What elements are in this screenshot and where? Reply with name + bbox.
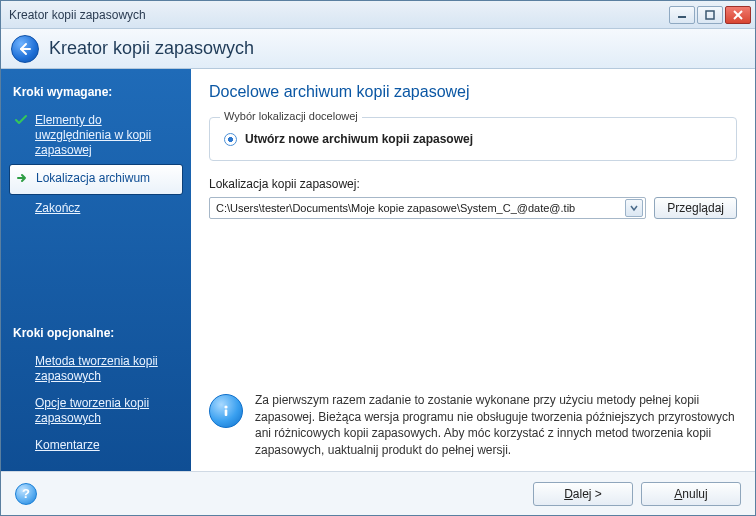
window-title: Kreator kopii zapasowych — [9, 8, 667, 22]
close-button[interactable] — [725, 6, 751, 24]
next-mnemonic: D — [564, 487, 573, 501]
optional-steps-title: Kroki opcjonalne: — [13, 326, 179, 340]
chevron-down-icon — [630, 204, 638, 212]
wizard-window: Kreator kopii zapasowych Kreator kopii z… — [0, 0, 756, 516]
info-text: Za pierwszym razem zadanie to zostanie w… — [255, 392, 737, 459]
header-band: Kreator kopii zapasowych — [1, 29, 755, 69]
page-title: Kreator kopii zapasowych — [49, 38, 254, 59]
radio-label: Utwórz nowe archiwum kopii zapasowej — [245, 132, 473, 146]
svg-rect-6 — [225, 409, 228, 416]
step-label: Opcje tworzenia kopii zapasowych — [35, 396, 177, 426]
next-button[interactable]: Dalej > — [533, 482, 633, 506]
target-location-groupbox: Wybór lokalizacji docelowej Utwórz nowe … — [209, 117, 737, 161]
step-label: Elementy do uwzględnienia w kopii zapaso… — [35, 113, 177, 158]
svg-rect-1 — [706, 11, 714, 19]
step-label: Lokalizacja archiwum — [36, 171, 150, 186]
location-value: C:\Users\tester\Documents\Moje kopie zap… — [216, 202, 625, 214]
step-label: Zakończ — [35, 201, 80, 216]
minimize-button[interactable] — [669, 6, 695, 24]
step-elements-to-include[interactable]: Elementy do uwzględnienia w kopii zapaso… — [9, 107, 183, 164]
wizard-sidebar: Kroki wymagane: Elementy do uwzględnieni… — [1, 69, 191, 471]
step-label: Metoda tworzenia kopii zapasowych — [35, 354, 177, 384]
info-icon — [209, 394, 243, 428]
location-row: C:\Users\tester\Documents\Moje kopie zap… — [209, 197, 737, 219]
required-steps-title: Kroki wymagane: — [13, 85, 179, 99]
checkmark-icon — [15, 114, 29, 130]
step-backup-method[interactable]: Metoda tworzenia kopii zapasowych — [9, 348, 183, 390]
help-button[interactable]: ? — [15, 483, 37, 505]
next-rest: alej > — [573, 487, 602, 501]
radio-icon — [224, 133, 237, 146]
browse-button-label: Przeglądaj — [667, 201, 724, 215]
wizard-footer: ? Dalej > Anuluj — [1, 471, 755, 515]
section-heading: Docelowe archiwum kopii zapasowej — [209, 83, 737, 101]
main-panel: Docelowe archiwum kopii zapasowej Wybór … — [191, 69, 755, 471]
back-button[interactable] — [11, 35, 39, 63]
groupbox-legend: Wybór lokalizacji docelowej — [220, 110, 362, 122]
titlebar: Kreator kopii zapasowych — [1, 1, 755, 29]
body: Kroki wymagane: Elementy do uwzględnieni… — [1, 69, 755, 471]
cancel-button[interactable]: Anuluj — [641, 482, 741, 506]
svg-point-5 — [224, 405, 227, 408]
step-archive-location[interactable]: Lokalizacja archiwum — [9, 164, 183, 195]
location-field-label: Lokalizacja kopii zapasowej: — [209, 177, 737, 191]
info-note: Za pierwszym razem zadanie to zostanie w… — [209, 392, 737, 459]
browse-button[interactable]: Przeglądaj — [654, 197, 737, 219]
location-combobox[interactable]: C:\Users\tester\Documents\Moje kopie zap… — [209, 197, 646, 219]
step-backup-options[interactable]: Opcje tworzenia kopii zapasowych — [9, 390, 183, 432]
maximize-button[interactable] — [697, 6, 723, 24]
step-label: Komentarze — [35, 438, 100, 453]
dropdown-button[interactable] — [625, 199, 643, 217]
step-comments[interactable]: Komentarze — [9, 432, 183, 459]
radio-create-new-archive[interactable]: Utwórz nowe archiwum kopii zapasowej — [224, 132, 722, 146]
cancel-rest: nuluj — [682, 487, 707, 501]
step-finish[interactable]: Zakończ — [9, 195, 183, 222]
arrow-right-icon — [16, 172, 30, 188]
